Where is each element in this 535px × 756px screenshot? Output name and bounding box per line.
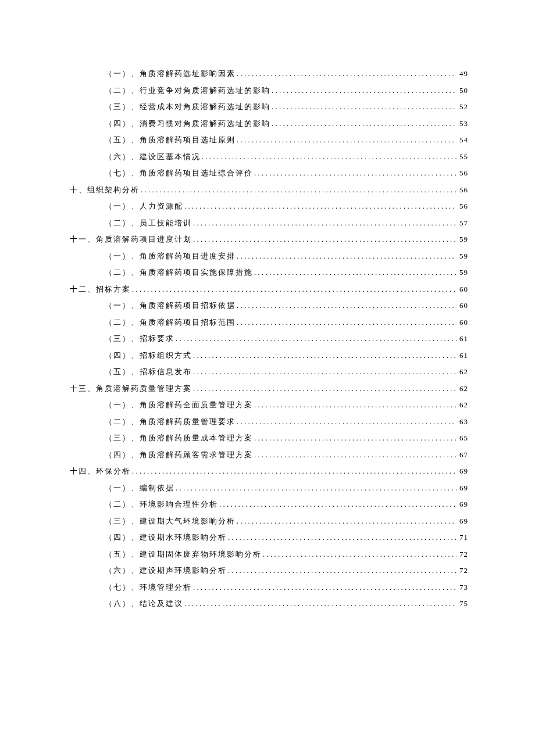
toc-entry: （五）、角质溶解药项目选址原则54 — [70, 136, 468, 144]
toc-entry-page: 56 — [456, 202, 468, 210]
toc-entry: （四）、角质溶解药顾客需求管理方案67 — [70, 451, 468, 458]
toc-entry-page: 73 — [456, 583, 468, 591]
toc-leader-dots — [236, 70, 456, 77]
toc-entry-label: 十二、招标方案 — [70, 285, 131, 293]
toc-entry-label: （四）、消费习惯对角质溶解药选址的影响 — [105, 120, 270, 127]
toc-entry: （一）、角质溶解药选址影响因素49 — [70, 70, 468, 77]
toc-entry-label: （三）、角质溶解药质量成本管理方案 — [105, 434, 253, 442]
toc-entry-page: 53 — [456, 120, 468, 127]
toc-entry: （七）、环境管理分析73 — [70, 583, 468, 591]
toc-entry: 十二、招标方案60 — [70, 285, 468, 293]
toc-entry: （五）、建设期固体废弃物环境影响分析72 — [70, 550, 468, 558]
toc-entry-label: （二）、行业竞争对角质溶解药选址的影响 — [105, 87, 270, 94]
table-of-contents: （一）、角质溶解药选址影响因素49（二）、行业竞争对角质溶解药选址的影响50（三… — [70, 70, 468, 607]
toc-leader-dots — [131, 285, 456, 293]
toc-leader-dots — [227, 567, 456, 574]
toc-entry: （四）、建设期水环境影响分析71 — [70, 533, 468, 541]
toc-entry: （四）、招标组织方式61 — [70, 352, 468, 359]
toc-leader-dots — [253, 451, 456, 458]
toc-entry-page: 55 — [456, 153, 468, 160]
toc-entry-page: 59 — [456, 252, 468, 260]
toc-entry-page: 69 — [456, 517, 468, 525]
toc-entry: 十三、角质溶解药质量管理方案62 — [70, 385, 468, 392]
toc-entry-label: （一）、角质溶解药全面质量管理方案 — [105, 401, 253, 409]
toc-leader-dots — [183, 600, 456, 607]
toc-entry-label: （五）、建设期固体废弃物环境影响分析 — [105, 550, 262, 558]
toc-entry-label: （四）、建设期水环境影响分析 — [105, 533, 227, 541]
toc-entry: 十一、角质溶解药项目进度计划59 — [70, 235, 468, 243]
toc-entry-page: 62 — [456, 401, 468, 409]
toc-entry-page: 65 — [456, 434, 468, 442]
toc-entry: （三）、招标要求61 — [70, 335, 468, 342]
toc-entry: （二）、角质溶解药质量管理要求63 — [70, 418, 468, 425]
toc-entry-page: 69 — [456, 467, 468, 475]
toc-entry-page: 72 — [456, 550, 468, 558]
toc-leader-dots — [174, 335, 456, 342]
toc-entry: （六）、建设区基本情况55 — [70, 153, 468, 160]
toc-entry: 十四、环保分析69 — [70, 467, 468, 475]
toc-leader-dots — [192, 368, 456, 375]
toc-entry-label: （一）、人力资源配 — [105, 202, 183, 210]
toc-entry: （三）、经营成本对角质溶解药选址的影响52 — [70, 103, 468, 110]
toc-leader-dots — [270, 103, 456, 110]
toc-entry-label: 十四、环保分析 — [70, 467, 131, 475]
toc-entry: （六）、建设期声环境影响分析72 — [70, 567, 468, 574]
toc-entry-label: （八）、结论及建议 — [105, 600, 183, 607]
toc-leader-dots — [174, 484, 456, 492]
toc-entry-page: 61 — [456, 335, 468, 342]
toc-entry-label: （五）、角质溶解药项目选址原则 — [105, 136, 236, 144]
toc-entry-page: 62 — [456, 385, 468, 392]
toc-entry-page: 75 — [456, 600, 468, 607]
toc-leader-dots — [131, 467, 456, 475]
toc-entry-label: （三）、招标要求 — [105, 335, 174, 342]
toc-entry: （一）、角质溶解药项目招标依据60 — [70, 302, 468, 309]
toc-leader-dots — [192, 352, 456, 359]
toc-entry-page: 72 — [456, 567, 468, 574]
toc-entry-label: 十、组织架构分析 — [70, 186, 140, 194]
toc-leader-dots — [227, 533, 456, 541]
toc-leader-dots — [192, 583, 456, 591]
toc-entry-page: 56 — [456, 186, 468, 194]
toc-leader-dots — [253, 434, 456, 442]
toc-entry-label: （五）、招标信息发布 — [105, 368, 192, 375]
toc-entry-page: 60 — [456, 285, 468, 293]
toc-leader-dots — [236, 302, 456, 309]
toc-leader-dots — [270, 120, 456, 127]
toc-entry: （二）、行业竞争对角质溶解药选址的影响50 — [70, 87, 468, 94]
toc-entry: （四）、消费习惯对角质溶解药选址的影响53 — [70, 120, 468, 127]
toc-entry: （二）、角质溶解药项目招标范围60 — [70, 318, 468, 326]
toc-entry-page: 59 — [456, 235, 468, 243]
toc-leader-dots — [192, 385, 456, 392]
toc-entry-page: 61 — [456, 352, 468, 359]
toc-entry-label: （一）、编制依据 — [105, 484, 174, 492]
toc-entry-page: 60 — [456, 318, 468, 326]
toc-entry-label: （二）、角质溶解药项目实施保障措施 — [105, 268, 253, 276]
toc-leader-dots — [192, 219, 456, 227]
toc-leader-dots — [140, 186, 456, 194]
toc-entry-page: 56 — [456, 169, 468, 177]
toc-leader-dots — [236, 318, 456, 326]
toc-entry-label: （一）、角质溶解药项目招标依据 — [105, 302, 236, 309]
toc-entry: （一）、编制依据69 — [70, 484, 468, 492]
toc-entry: （一）、人力资源配56 — [70, 202, 468, 210]
toc-entry-page: 54 — [456, 136, 468, 144]
toc-entry-page: 50 — [456, 87, 468, 94]
toc-entry: （二）、环境影响合理性分析69 — [70, 500, 468, 508]
toc-leader-dots — [253, 401, 456, 409]
toc-leader-dots — [183, 202, 456, 210]
toc-entry-page: 67 — [456, 451, 468, 458]
toc-entry: （八）、结论及建议75 — [70, 600, 468, 607]
toc-entry-label: （三）、建设期大气环境影响分析 — [105, 517, 236, 525]
toc-leader-dots — [236, 517, 456, 525]
toc-leader-dots — [218, 500, 456, 508]
toc-entry: （二）、员工技能培训57 — [70, 219, 468, 227]
toc-entry-page: 63 — [456, 418, 468, 425]
toc-leader-dots — [192, 235, 456, 243]
toc-entry-page: 60 — [456, 302, 468, 309]
toc-entry-page: 69 — [456, 484, 468, 492]
toc-leader-dots — [270, 87, 456, 94]
toc-entry: （一）、角质溶解药全面质量管理方案62 — [70, 401, 468, 409]
toc-entry-label: （二）、员工技能培训 — [105, 219, 192, 227]
toc-leader-dots — [236, 252, 456, 260]
toc-entry-label: （三）、经营成本对角质溶解药选址的影响 — [105, 103, 270, 110]
